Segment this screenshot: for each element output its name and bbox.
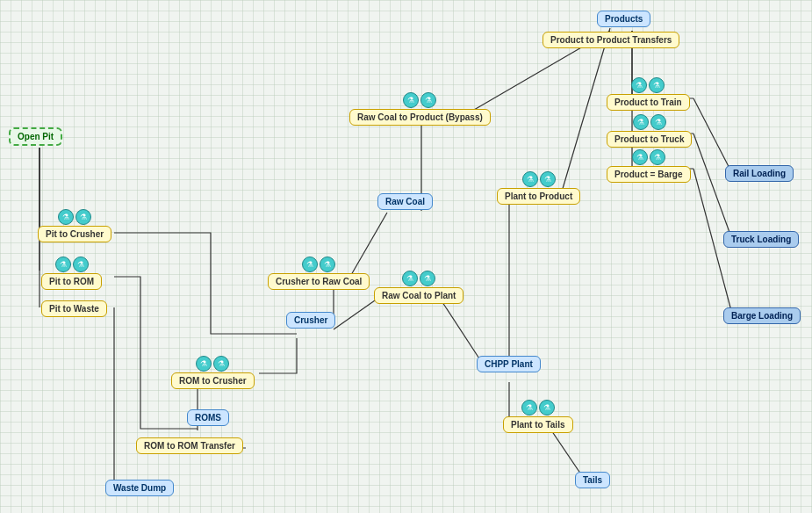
raw-coal-bypass-icons: ⚗ ⚗	[403, 92, 436, 108]
raw-coal-to-plant-label: Raw Coal to Plant	[374, 287, 463, 304]
flask-icon-8: ⚗	[320, 256, 335, 272]
crusher-label: Crusher	[286, 312, 335, 329]
product-to-product-transfers-node[interactable]: Product to Product Transfers	[543, 32, 679, 48]
product-to-train-label: Product to Train	[607, 94, 690, 111]
flask-icon-18: ⚗	[649, 77, 665, 93]
product-to-truck-node[interactable]: ⚗ ⚗ Product to Truck	[607, 114, 692, 148]
rom-to-crusher-icons: ⚗ ⚗	[196, 356, 229, 372]
pit-to-rom-node[interactable]: ⚗ ⚗ Pit to ROM	[41, 256, 102, 290]
plant-to-tails-icons: ⚗ ⚗	[521, 400, 555, 415]
rom-to-crusher-label: ROM to Crusher	[171, 372, 255, 389]
raw-coal-to-product-bypass-label: Raw Coal to Product (Bypass)	[349, 109, 491, 126]
product-to-barge-node[interactable]: ⚗ ⚗ Product = Barge	[607, 149, 691, 183]
rail-loading-node[interactable]: Rail Loading	[725, 165, 794, 182]
product-to-product-transfers-label: Product to Product Transfers	[543, 32, 679, 48]
crusher-to-raw-coal-icons: ⚗ ⚗	[302, 256, 335, 272]
raw-coal-to-plant-node[interactable]: ⚗ ⚗ Raw Coal to Plant	[374, 271, 463, 304]
plant-to-product-node[interactable]: ⚗ ⚗ Plant to Product	[497, 171, 580, 205]
connections-svg	[0, 0, 812, 513]
truck-loading-node[interactable]: Truck Loading	[723, 231, 799, 248]
crusher-to-raw-coal-node[interactable]: ⚗ ⚗ Crusher to Raw Coal	[268, 256, 370, 290]
waste-dump-label: Waste Dump	[105, 480, 174, 496]
product-to-truck-icons: ⚗ ⚗	[633, 114, 666, 130]
flask-icon-5: ⚗	[196, 356, 212, 372]
product-to-train-icons: ⚗ ⚗	[631, 77, 665, 93]
rom-to-rom-transfer-node[interactable]: ROM to ROM Transfer	[136, 437, 243, 454]
rom-to-rom-transfer-label: ROM to ROM Transfer	[136, 437, 243, 454]
flask-icon-6: ⚗	[213, 356, 229, 372]
flask-icon-3: ⚗	[55, 256, 71, 272]
crusher-to-raw-coal-label: Crusher to Raw Coal	[268, 273, 370, 290]
flask-icon-9: ⚗	[402, 271, 418, 286]
flask-icon-22: ⚗	[650, 149, 665, 165]
crusher-node[interactable]: Crusher	[286, 312, 335, 329]
barge-loading-node[interactable]: Barge Loading	[723, 307, 801, 324]
products-label: Products	[597, 11, 650, 27]
product-to-train-node[interactable]: ⚗ ⚗ Product to Train	[607, 77, 690, 111]
flask-icon-15: ⚗	[521, 400, 537, 415]
flask-icon-13: ⚗	[522, 171, 538, 187]
flask-icon-12: ⚗	[420, 92, 436, 108]
chpp-plant-node[interactable]: CHPP Plant	[477, 356, 541, 372]
tails-node[interactable]: Tails	[575, 472, 610, 488]
plant-to-tails-label: Plant to Tails	[503, 416, 573, 433]
raw-coal-label: Raw Coal	[377, 193, 433, 210]
product-to-barge-icons: ⚗ ⚗	[632, 149, 665, 165]
open-pit-label: Open Pit	[9, 127, 62, 146]
pit-to-crusher-icons: ⚗ ⚗	[58, 209, 91, 225]
rom-to-crusher-node[interactable]: ⚗ ⚗ ROM to Crusher	[171, 356, 255, 389]
pit-to-waste-node[interactable]: Pit to Waste	[41, 300, 107, 317]
plant-to-tails-node[interactable]: ⚗ ⚗ Plant to Tails	[503, 400, 573, 433]
pit-to-waste-label: Pit to Waste	[41, 300, 107, 317]
product-to-barge-label: Product = Barge	[607, 166, 691, 183]
truck-loading-label: Truck Loading	[723, 231, 799, 248]
roms-node[interactable]: ROMS	[187, 409, 229, 426]
flask-icon-7: ⚗	[302, 256, 318, 272]
rail-loading-label: Rail Loading	[725, 165, 794, 182]
roms-label: ROMS	[187, 409, 229, 426]
flask-icon-19: ⚗	[633, 114, 649, 130]
flask-icon-14: ⚗	[540, 171, 556, 187]
flask-icon-4: ⚗	[73, 256, 89, 272]
product-to-truck-label: Product to Truck	[607, 131, 692, 148]
raw-coal-to-plant-icons: ⚗ ⚗	[402, 271, 435, 286]
flask-icon-21: ⚗	[632, 149, 648, 165]
plant-to-product-icons: ⚗ ⚗	[522, 171, 556, 187]
raw-coal-to-product-bypass-node[interactable]: ⚗ ⚗ Raw Coal to Product (Bypass)	[349, 92, 491, 126]
pit-to-rom-icons: ⚗ ⚗	[55, 256, 89, 272]
open-pit-node[interactable]: Open Pit	[9, 127, 62, 146]
flask-icon-11: ⚗	[403, 92, 419, 108]
waste-dump-node[interactable]: Waste Dump	[105, 480, 174, 496]
diagram-canvas: Open Pit ⚗ ⚗ Pit to Crusher ⚗ ⚗ Pit to R…	[0, 0, 812, 513]
flask-icon-20: ⚗	[650, 114, 666, 130]
barge-loading-label: Barge Loading	[723, 307, 801, 324]
flask-icon-10: ⚗	[420, 271, 435, 286]
tails-label: Tails	[575, 472, 610, 488]
pit-to-crusher-label: Pit to Crusher	[38, 226, 111, 242]
pit-to-crusher-node[interactable]: ⚗ ⚗ Pit to Crusher	[38, 209, 111, 242]
pit-to-rom-label: Pit to ROM	[41, 273, 102, 290]
flask-icon-1: ⚗	[58, 209, 74, 225]
chpp-plant-label: CHPP Plant	[477, 356, 541, 372]
plant-to-product-label: Plant to Product	[497, 188, 580, 205]
flask-icon-16: ⚗	[539, 400, 555, 415]
raw-coal-node[interactable]: Raw Coal	[377, 193, 433, 210]
flask-icon-2: ⚗	[75, 209, 91, 225]
products-node[interactable]: Products	[597, 11, 650, 27]
flask-icon-17: ⚗	[631, 77, 647, 93]
